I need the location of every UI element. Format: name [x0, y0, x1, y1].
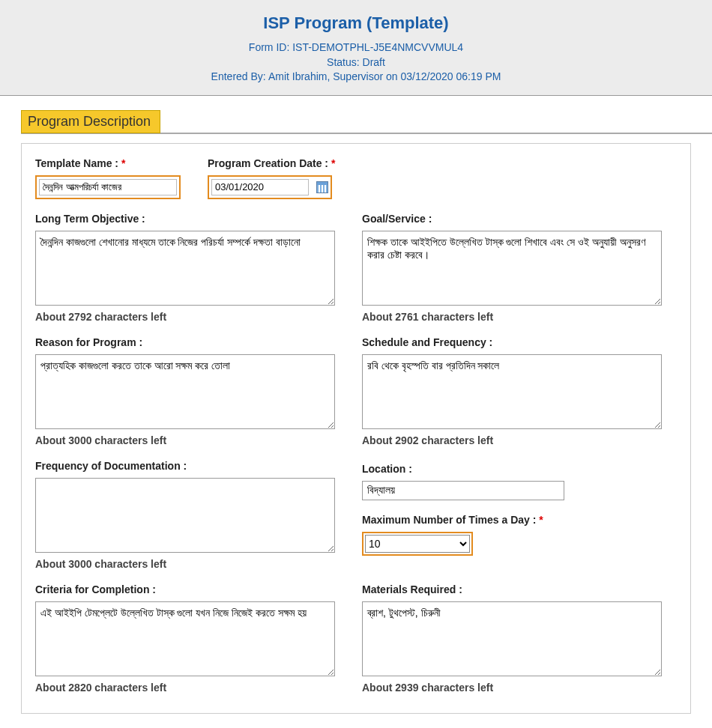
goal-service-label: Goal/Service : — [362, 213, 677, 225]
goal-service-counter: About 2761 characters left — [362, 311, 677, 323]
frequency-documentation-counter: About 3000 characters left — [35, 558, 350, 570]
reason-for-program-label: Reason for Program : — [35, 336, 350, 348]
long-term-objective-counter: About 2792 characters left — [35, 311, 350, 323]
frequency-documentation-textarea[interactable] — [35, 478, 335, 553]
goal-service-textarea[interactable]: শিক্ষক তাকে আইইপিতে উল্লেখিত টাস্ক গুলো … — [362, 231, 662, 306]
page-header: ISP Program (Template) Form ID: IST-DEMO… — [0, 0, 712, 96]
long-term-objective-label: Long Term Objective : — [35, 213, 350, 225]
template-name-highlight — [35, 175, 181, 199]
criteria-completion-textarea[interactable]: এই আইইপি টেমপ্লেটে উল্লেখিত টাস্ক গুলো য… — [35, 601, 335, 676]
schedule-frequency-counter: About 2902 characters left — [362, 434, 677, 446]
max-times-day-select[interactable]: 10 — [365, 535, 470, 553]
template-name-label: Template Name : * — [35, 157, 196, 169]
schedule-frequency-label: Schedule and Frequency : — [362, 336, 677, 348]
frequency-documentation-label: Frequency of Documentation : — [35, 460, 350, 472]
materials-required-textarea[interactable]: ব্রাশ, টুথপেস্ট, চিরুনী — [362, 601, 662, 676]
page-title: ISP Program (Template) — [7, 13, 705, 33]
criteria-completion-counter: About 2820 characters left — [35, 682, 350, 694]
reason-for-program-counter: About 3000 characters left — [35, 434, 350, 446]
schedule-frequency-textarea[interactable]: রবি থেকে বৃহস্পতি বার প্রতিদিন সকালে — [362, 354, 662, 429]
form-id-line: Form ID: IST-DEMOTPHL-J5E4NMCVVMUL4 — [7, 40, 705, 55]
materials-required-label: Materials Required : — [362, 583, 677, 595]
entered-by-line: Entered By: Amit Ibrahim, Supervisor on … — [7, 70, 705, 85]
program-creation-date-input[interactable] — [211, 179, 309, 195]
status-line: Status: Draft — [7, 55, 705, 70]
form-container: Template Name : * Program Creation Date … — [21, 143, 691, 714]
calendar-icon[interactable] — [316, 181, 328, 193]
reason-for-program-textarea[interactable]: প্রাত্যহিক কাজগুলো করতে তাকে আরো সক্ষম ক… — [35, 354, 335, 429]
criteria-completion-label: Criteria for Completion : — [35, 583, 350, 595]
materials-required-counter: About 2939 characters left — [362, 682, 677, 694]
location-label: Location : — [362, 463, 677, 475]
program-creation-date-highlight — [208, 175, 332, 199]
max-times-day-label: Maximum Number of Times a Day : * — [362, 514, 677, 526]
template-name-input[interactable] — [39, 179, 177, 195]
section-title-bar: Program Description — [21, 109, 712, 134]
max-times-day-highlight: 10 — [362, 532, 473, 556]
section-title: Program Description — [21, 110, 160, 133]
long-term-objective-textarea[interactable]: দৈনন্দিন কাজগুলো শেখানোর মাধ্যমে তাকে নি… — [35, 231, 335, 306]
program-creation-date-label: Program Creation Date : * — [208, 157, 390, 169]
location-input[interactable] — [362, 481, 564, 500]
